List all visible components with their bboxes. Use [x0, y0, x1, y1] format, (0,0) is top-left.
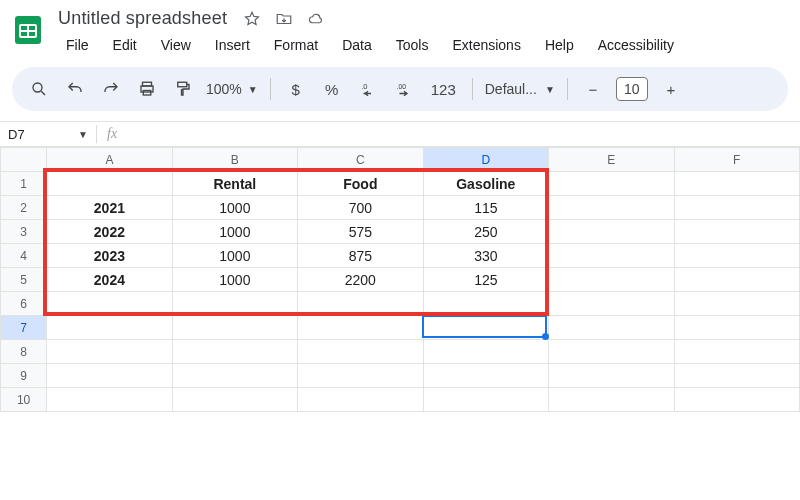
cell-F4[interactable] — [674, 244, 799, 268]
cell-C9[interactable] — [298, 364, 423, 388]
menu-edit[interactable]: Edit — [103, 33, 147, 57]
cell-B10[interactable] — [172, 388, 297, 412]
cell-F1[interactable] — [674, 172, 799, 196]
cell-A10[interactable] — [47, 388, 172, 412]
menu-file[interactable]: File — [56, 33, 99, 57]
menu-view[interactable]: View — [151, 33, 201, 57]
cell-B8[interactable] — [172, 340, 297, 364]
cell-E5[interactable] — [549, 268, 674, 292]
cell-B7[interactable] — [172, 316, 297, 340]
select-all-corner[interactable] — [1, 148, 47, 172]
cell-F6[interactable] — [674, 292, 799, 316]
cell-F3[interactable] — [674, 220, 799, 244]
column-header-B[interactable]: B — [172, 148, 297, 172]
cell-E8[interactable] — [549, 340, 674, 364]
cell-D1[interactable]: Gasoline — [423, 172, 548, 196]
cell-D10[interactable] — [423, 388, 548, 412]
cell-E1[interactable] — [549, 172, 674, 196]
cell-B6[interactable] — [172, 292, 297, 316]
spreadsheet-grid[interactable]: ABCDEF1RentalFoodGasoline220211000700115… — [0, 147, 800, 412]
cell-D4[interactable]: 330 — [423, 244, 548, 268]
row-header-1[interactable]: 1 — [1, 172, 47, 196]
cell-E10[interactable] — [549, 388, 674, 412]
cell-D7[interactable] — [423, 316, 548, 340]
cell-A4[interactable]: 2023 — [47, 244, 172, 268]
increase-decimal-button[interactable]: .00 — [391, 76, 417, 102]
cell-C2[interactable]: 700 — [298, 196, 423, 220]
menu-format[interactable]: Format — [264, 33, 328, 57]
cell-C3[interactable]: 575 — [298, 220, 423, 244]
cloud-status-icon[interactable] — [307, 10, 325, 28]
cell-B5[interactable]: 1000 — [172, 268, 297, 292]
row-header-3[interactable]: 3 — [1, 220, 47, 244]
cell-B4[interactable]: 1000 — [172, 244, 297, 268]
cell-A7[interactable] — [47, 316, 172, 340]
print-icon[interactable] — [134, 76, 160, 102]
cell-A5[interactable]: 2024 — [47, 268, 172, 292]
menu-tools[interactable]: Tools — [386, 33, 439, 57]
cell-D5[interactable]: 125 — [423, 268, 548, 292]
name-box[interactable]: D7 ▼ — [6, 127, 96, 142]
cell-B3[interactable]: 1000 — [172, 220, 297, 244]
cell-F5[interactable] — [674, 268, 799, 292]
cell-C6[interactable] — [298, 292, 423, 316]
menu-insert[interactable]: Insert — [205, 33, 260, 57]
more-formats-button[interactable]: 123 — [427, 76, 460, 102]
cell-F9[interactable] — [674, 364, 799, 388]
cell-B2[interactable]: 1000 — [172, 196, 297, 220]
cell-E2[interactable] — [549, 196, 674, 220]
font-family-select[interactable]: Defaul... ▼ — [485, 81, 555, 97]
star-icon[interactable] — [243, 10, 261, 28]
cell-C10[interactable] — [298, 388, 423, 412]
cell-E9[interactable] — [549, 364, 674, 388]
search-icon[interactable] — [26, 76, 52, 102]
menu-extensions[interactable]: Extensions — [442, 33, 530, 57]
font-size-input[interactable]: 10 — [616, 77, 648, 101]
cell-E7[interactable] — [549, 316, 674, 340]
cell-F7[interactable] — [674, 316, 799, 340]
redo-icon[interactable] — [98, 76, 124, 102]
menu-help[interactable]: Help — [535, 33, 584, 57]
menu-data[interactable]: Data — [332, 33, 382, 57]
column-header-E[interactable]: E — [549, 148, 674, 172]
cell-D6[interactable] — [423, 292, 548, 316]
cell-A9[interactable] — [47, 364, 172, 388]
cell-C1[interactable]: Food — [298, 172, 423, 196]
format-currency-button[interactable]: $ — [283, 76, 309, 102]
paint-format-icon[interactable] — [170, 76, 196, 102]
cell-A8[interactable] — [47, 340, 172, 364]
decrease-decimal-button[interactable]: .0 — [355, 76, 381, 102]
sheets-logo-icon[interactable] — [10, 6, 46, 54]
row-header-2[interactable]: 2 — [1, 196, 47, 220]
cell-D9[interactable] — [423, 364, 548, 388]
cell-F10[interactable] — [674, 388, 799, 412]
cell-D3[interactable]: 250 — [423, 220, 548, 244]
row-header-5[interactable]: 5 — [1, 268, 47, 292]
undo-icon[interactable] — [62, 76, 88, 102]
row-header-7[interactable]: 7 — [1, 316, 47, 340]
format-percent-button[interactable]: % — [319, 76, 345, 102]
row-header-8[interactable]: 8 — [1, 340, 47, 364]
cell-A6[interactable] — [47, 292, 172, 316]
cell-E6[interactable] — [549, 292, 674, 316]
increase-font-size-button[interactable]: + — [658, 76, 684, 102]
cell-A2[interactable]: 2021 — [47, 196, 172, 220]
menu-accessibility[interactable]: Accessibility — [588, 33, 684, 57]
cell-C8[interactable] — [298, 340, 423, 364]
cell-F8[interactable] — [674, 340, 799, 364]
cell-E3[interactable] — [549, 220, 674, 244]
cell-A3[interactable]: 2022 — [47, 220, 172, 244]
row-header-9[interactable]: 9 — [1, 364, 47, 388]
cell-B1[interactable]: Rental — [172, 172, 297, 196]
zoom-select[interactable]: 100% ▼ — [206, 81, 258, 97]
column-header-F[interactable]: F — [674, 148, 799, 172]
cell-D8[interactable] — [423, 340, 548, 364]
column-header-A[interactable]: A — [47, 148, 172, 172]
cell-B9[interactable] — [172, 364, 297, 388]
cell-C4[interactable]: 875 — [298, 244, 423, 268]
cell-D2[interactable]: 115 — [423, 196, 548, 220]
cell-A1[interactable] — [47, 172, 172, 196]
document-title[interactable]: Untitled spreadsheet — [56, 6, 229, 31]
cell-C7[interactable] — [298, 316, 423, 340]
decrease-font-size-button[interactable]: − — [580, 76, 606, 102]
